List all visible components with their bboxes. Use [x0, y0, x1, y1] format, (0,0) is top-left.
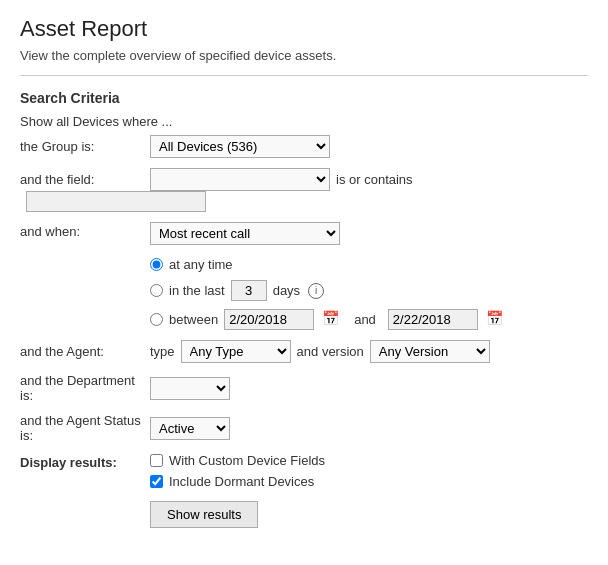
group-label: the Group is:: [20, 139, 150, 154]
status-label: and the Agent Status is:: [20, 413, 150, 443]
page-title: Asset Report: [20, 16, 588, 42]
custom-fields-checkbox[interactable]: [150, 454, 163, 467]
status-select[interactable]: Active: [150, 417, 230, 440]
field-select[interactable]: [150, 168, 330, 191]
when-label: and when:: [20, 222, 150, 239]
show-all-label: Show all Devices where ...: [20, 114, 588, 129]
display-results-label: Display results:: [20, 453, 150, 470]
page-subtitle: View the complete overview of specified …: [20, 48, 588, 63]
date-and-label: and: [354, 312, 376, 327]
group-select[interactable]: All Devices (536): [150, 135, 330, 158]
radio-between[interactable]: [150, 313, 163, 326]
dormant-label: Include Dormant Devices: [169, 474, 314, 489]
is-or-contains-label: is or contains: [336, 172, 413, 187]
agent-label: and the Agent:: [20, 344, 150, 359]
agent-type-prefix: type: [150, 344, 175, 359]
days-label: days: [273, 283, 300, 298]
radio-any-time-label: at any time: [169, 257, 233, 272]
dormant-checkbox[interactable]: [150, 475, 163, 488]
radio-last-label: in the last: [169, 283, 225, 298]
date-from-input[interactable]: [224, 309, 314, 330]
days-input[interactable]: [231, 280, 267, 301]
dept-select[interactable]: [150, 377, 230, 400]
info-icon: i: [308, 283, 324, 299]
radio-last[interactable]: [150, 284, 163, 297]
agent-version-select[interactable]: Any Version: [370, 340, 490, 363]
calendar-to-icon[interactable]: 📅: [486, 310, 506, 330]
dept-label: and the Department is:: [20, 373, 150, 403]
contains-input[interactable]: [26, 191, 206, 212]
show-results-button[interactable]: Show results: [150, 501, 258, 528]
section-title: Search Criteria: [20, 90, 588, 106]
agent-version-prefix: and version: [297, 344, 364, 359]
when-select[interactable]: Most recent call: [150, 222, 340, 245]
custom-fields-label: With Custom Device Fields: [169, 453, 325, 468]
agent-type-select[interactable]: Any Type: [181, 340, 291, 363]
radio-between-label: between: [169, 312, 218, 327]
date-to-input[interactable]: [388, 309, 478, 330]
radio-any-time[interactable]: [150, 258, 163, 271]
field-label: and the field:: [20, 172, 150, 187]
calendar-from-icon[interactable]: 📅: [322, 310, 342, 330]
